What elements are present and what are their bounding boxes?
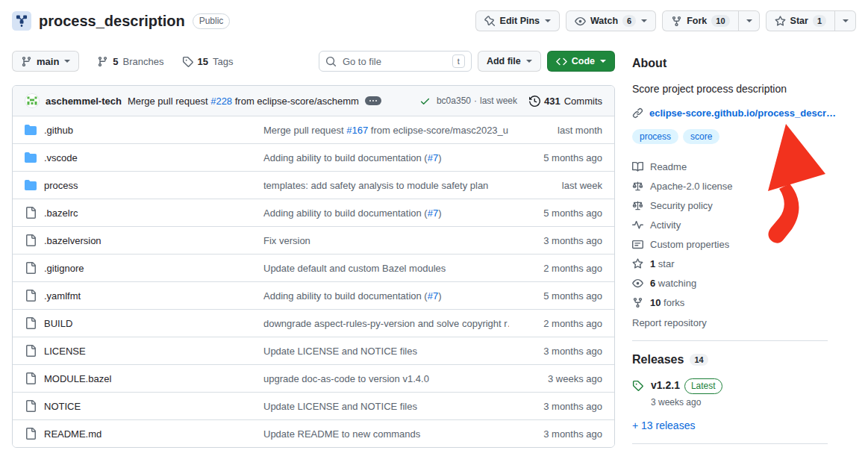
fork-button[interactable]: Fork 10 [662, 10, 738, 31]
commit-date: last month [509, 125, 602, 136]
meta-label: Readme [650, 161, 687, 172]
add-file-button[interactable]: Add file [478, 51, 541, 72]
commit-message-cell[interactable]: Update LICENSE and NOTICE files [263, 401, 509, 412]
file-name-link[interactable]: MODULE.bazel [44, 373, 111, 384]
pr-link[interactable]: #7 [428, 152, 438, 163]
website-link[interactable]: eclipse-score.github.io/process_descr… [649, 107, 836, 119]
branches-link[interactable]: 5 Branches [91, 56, 169, 67]
file-name-link[interactable]: process [44, 180, 78, 191]
pr-link[interactable]: #7 [428, 290, 438, 302]
watch-button[interactable]: Watch 6 [566, 10, 656, 31]
latest-release[interactable]: v1.2.1Latest 3 weeks ago [632, 378, 828, 408]
fork-icon [671, 16, 682, 27]
file-name-link[interactable]: NOTICE [44, 401, 81, 412]
file-row: MODULE.bazel upgrade doc-as-code to vers… [13, 364, 614, 392]
separator: · [474, 96, 477, 106]
commit-sha-time[interactable]: bc0a350 · last week [437, 96, 517, 106]
file-icon [25, 207, 37, 219]
file-name-link[interactable]: .bazelversion [44, 235, 102, 246]
check-icon[interactable] [419, 96, 431, 107]
expand-commit-message-button[interactable] [365, 96, 381, 105]
tags-link[interactable]: 15 Tags [176, 56, 240, 67]
stargazers-link[interactable]: 1 star [632, 255, 828, 274]
file-name-link[interactable]: .yamlfmt [44, 290, 81, 302]
star-count: 1 [813, 15, 826, 27]
content: main 5 Branches 15 Tags Go to file t [0, 51, 868, 456]
commit-message-cell[interactable]: Merge pull request #167 from eclipse-sco… [263, 125, 509, 136]
file-name-link[interactable]: .vscode [44, 152, 78, 163]
commit-message-cell[interactable]: Adding ability to build documentation (#… [263, 290, 509, 302]
star-button[interactable]: Star 1 [766, 10, 835, 31]
commit-message[interactable]: Merge pull request #228 from eclipse-sco… [128, 96, 359, 107]
star-dropdown-button[interactable] [835, 10, 856, 31]
activity-link[interactable]: Activity [632, 216, 828, 235]
sidebar: About Score project process description … [632, 51, 828, 456]
go-to-file-input[interactable]: Go to file t [319, 51, 472, 72]
file-name-link[interactable]: .gitignore [44, 263, 84, 274]
edit-pins-button[interactable]: Edit Pins [475, 10, 560, 31]
commit-message-cell[interactable]: Update LICENSE and NOTICE files [263, 346, 509, 357]
pr-link[interactable]: #228 [210, 96, 232, 107]
toolbar-right: Go to file t Add file Code [319, 51, 615, 72]
header-actions: Edit Pins Watch 6 Fork 10 Star 1 [475, 10, 856, 31]
meta-label: Security policy [650, 200, 713, 211]
law-icon [632, 200, 643, 211]
releases-heading[interactable]: Releases [632, 353, 684, 366]
readme-link[interactable]: Readme [632, 157, 828, 177]
file-name-link[interactable]: .bazelrc [44, 207, 78, 219]
commit-author-avatar[interactable] [25, 93, 40, 108]
pr-link[interactable]: #167 [346, 125, 368, 136]
code-button[interactable]: Code [547, 51, 615, 72]
branches-label: Branches [123, 56, 164, 67]
commit-message-cell[interactable]: templates: add safety analysis to module… [263, 180, 509, 191]
commit-date: 3 months ago [509, 401, 602, 412]
commit-sha[interactable]: bc0a350 [437, 96, 471, 106]
meta-label: watching [658, 278, 696, 289]
topic-pill[interactable]: score [683, 129, 719, 144]
meta-label: star [658, 258, 675, 269]
add-file-label: Add file [487, 56, 521, 66]
file-name-link[interactable]: .github [44, 125, 73, 136]
branch-selector[interactable]: main [12, 51, 79, 72]
commit-message-cell[interactable]: Update default and custom Bazel modules [263, 263, 509, 274]
commit-date: 2 months ago [509, 318, 602, 329]
website-row: eclipse-score.github.io/process_descr… [632, 107, 828, 119]
commit-history-link[interactable]: 431 Commits [529, 96, 602, 107]
commit-message-cell[interactable]: Update README to new commands [263, 428, 509, 440]
tag-icon [182, 56, 193, 67]
file-row: LICENSE Update LICENSE and NOTICE files … [13, 337, 614, 364]
commit-message-cell[interactable]: Adding ability to build documentation (#… [263, 152, 509, 163]
commit-message-cell[interactable]: upgrade doc-as-code to version v1.4.0 [263, 373, 509, 384]
watchers-link[interactable]: 6 watching [632, 274, 828, 293]
forks-link[interactable]: 10 forks [632, 293, 828, 313]
file-row: .gitignore Update default and custom Baz… [13, 254, 614, 281]
fork-dropdown-button[interactable] [739, 10, 760, 31]
report-repository-link[interactable]: Report repository [632, 317, 828, 328]
chevron-down-icon [600, 60, 606, 63]
repo-header: process_description Public Edit Pins Wat… [0, 0, 868, 31]
commit-author[interactable]: aschemmel-tech [46, 96, 122, 107]
pulse-icon [632, 219, 643, 231]
file-name-link[interactable]: BUILD [44, 318, 72, 329]
commit-date: 3 months ago [509, 235, 602, 246]
commit-message-cell[interactable]: downgrade aspect-rules-py-version and so… [263, 318, 509, 329]
file-name-link[interactable]: README.md [44, 428, 102, 440]
license-link[interactable]: Apache-2.0 license [632, 177, 828, 196]
meta-label: Activity [650, 219, 681, 231]
commit-message-cell[interactable]: Adding ability to build documentation (#… [263, 207, 509, 219]
custom-properties-link[interactable]: Custom properties [632, 235, 828, 255]
eye-icon [632, 278, 643, 289]
repo-name[interactable]: process_description [39, 13, 185, 30]
release-version[interactable]: v1.2.1 [651, 379, 680, 391]
file-name-link[interactable]: LICENSE [44, 346, 86, 357]
more-releases-link[interactable]: + 13 releases [632, 419, 828, 431]
security-policy-link[interactable]: Security policy [632, 196, 828, 216]
eye-icon [575, 16, 586, 27]
file-row: README.md Update README to new commands … [13, 419, 614, 447]
topic-pill[interactable]: process [632, 129, 678, 144]
folder-icon [25, 124, 37, 136]
commit-message-cell[interactable]: Fix version [263, 235, 509, 246]
pr-link[interactable]: #7 [428, 207, 438, 219]
tags-label: Tags [213, 56, 233, 67]
org-avatar[interactable] [12, 11, 31, 31]
